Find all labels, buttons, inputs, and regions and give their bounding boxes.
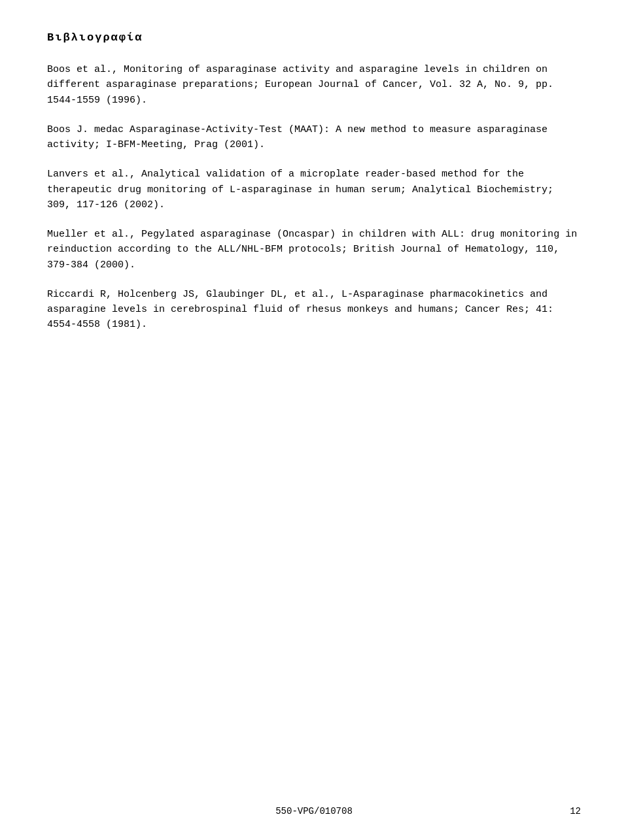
reference-3: Lanvers et al., Analytical validation of… <box>47 167 581 212</box>
page-number-text: 12 <box>570 806 581 816</box>
footer-document-id: 550-VPG/010708 <box>275 806 353 816</box>
reference-5-text: Riccardi R, Holcenberg JS, Glaubinger DL… <box>47 287 581 333</box>
reference-2-text: Boos J. medac Asparaginase-Activity-Test… <box>47 122 581 153</box>
page-heading: Βιβλιογραφία <box>47 31 581 44</box>
page-container: Βιβλιογραφία Boos et al., Monitoring of … <box>0 0 628 840</box>
reference-1: Boos et al., Monitoring of asparaginase … <box>47 62 581 108</box>
reference-2: Boos J. medac Asparaginase-Activity-Test… <box>47 122 581 153</box>
reference-5: Riccardi R, Holcenberg JS, Glaubinger DL… <box>47 287 581 333</box>
reference-3-text: Lanvers et al., Analytical validation of… <box>47 167 581 212</box>
reference-1-text: Boos et al., Monitoring of asparaginase … <box>47 62 581 108</box>
footer-center: 550-VPG/010708 <box>0 806 628 816</box>
reference-4: Mueller et al., Pegylated asparaginase (… <box>47 227 581 273</box>
footer-page-number: 12 <box>570 806 581 816</box>
reference-4-text: Mueller et al., Pegylated asparaginase (… <box>47 227 581 273</box>
